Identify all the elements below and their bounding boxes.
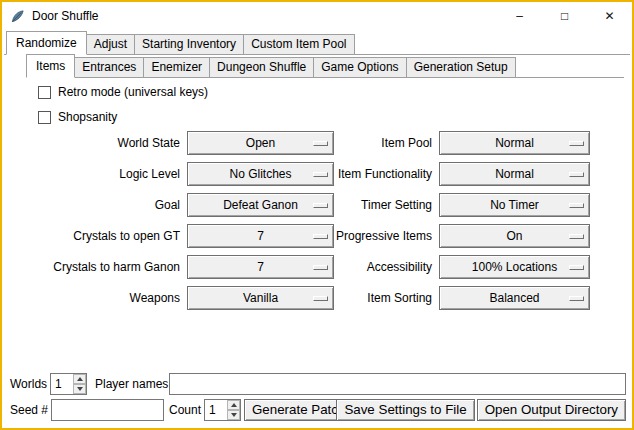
crystals-open-gt-label: Crystals to open GT [2,224,180,248]
timer-setting-dropdown[interactable]: No Timer [439,193,590,217]
progressive-items-dropdown[interactable]: On [439,224,590,248]
tab-randomize[interactable]: Randomize [6,31,87,55]
seed-label: Seed # [10,399,48,421]
item-sorting-label: Item Sorting [302,286,432,310]
goal-value: Defeat Ganon [223,198,298,212]
shopsanity-checkbox[interactable] [38,111,51,124]
crystals-open-gt-value: 7 [257,229,264,243]
item-functionality-label: Item Functionality [302,162,432,186]
item-sorting-value: Balanced [489,291,539,305]
window-title: Door Shuffle [32,9,99,23]
option-row: Logic Level No Glitches Item Functionali… [2,162,632,186]
weapons-label: Weapons [2,286,180,310]
app-icon[interactable] [10,9,25,24]
retro-mode-row: Retro mode (universal keys) [38,84,208,100]
item-sorting-dropdown[interactable]: Balanced [439,286,590,310]
worlds-label: Worlds [10,373,47,395]
weapons-value: Vanilla [243,291,278,305]
spinner-buttons [227,400,240,420]
worlds-value: 1 [51,374,73,394]
arrow-down-icon [231,413,237,417]
worlds-spinner[interactable]: 1 [50,373,87,395]
arrow-down-icon [77,387,83,391]
option-row: Goal Defeat Ganon Timer Setting No Timer [2,193,632,217]
accessibility-value: 100% Locations [472,260,557,274]
progressive-items-value: On [506,229,522,243]
tab-adjust[interactable]: Adjust [86,34,135,54]
window-controls: – □ ✕ [497,2,632,30]
spin-down-button[interactable] [227,410,240,420]
dropdown-indicator-icon [569,203,584,208]
timer-setting-value: No Timer [490,198,539,212]
item-functionality-dropdown[interactable]: Normal [439,162,590,186]
crystals-harm-ganon-label: Crystals to harm Ganon [2,255,180,279]
item-functionality-value: Normal [495,167,534,181]
logic-level-value: No Glitches [229,167,291,181]
spin-up-button[interactable] [227,400,240,410]
titlebar: Door Shuffle – □ ✕ [2,2,632,30]
count-value: 1 [205,400,227,420]
retro-mode-label: Retro mode (universal keys) [58,85,208,99]
spin-down-button[interactable] [73,384,86,394]
window: Door Shuffle – □ ✕ Randomize Adjust Star… [0,0,634,430]
save-settings-button[interactable]: Save Settings to File [336,399,474,421]
seed-input[interactable] [51,399,164,421]
option-row: Crystals to harm Ganon 7 Accessibility 1… [2,255,632,279]
player-names-label: Player names [95,373,168,395]
dropdown-indicator-icon [569,234,584,239]
world-state-value: Open [246,136,275,150]
tab-items[interactable]: Items [26,54,75,78]
shopsanity-label: Shopsanity [58,110,117,124]
tab-enemizer[interactable]: Enemizer [143,57,210,77]
dropdown-indicator-icon [569,265,584,270]
option-row: World State Open Item Pool Normal [2,131,632,155]
worlds-row: Worlds 1 Player names [2,373,632,397]
player-names-input[interactable] [169,373,626,395]
accessibility-dropdown[interactable]: 100% Locations [439,255,590,279]
outer-tab-bar: Randomize Adjust Starting Inventory Cust… [4,32,630,55]
logic-level-label: Logic Level [2,162,180,186]
option-row: Crystals to open GT 7 Progressive Items … [2,224,632,248]
progressive-items-label: Progressive Items [302,224,432,248]
world-state-label: World State [2,131,180,155]
accessibility-label: Accessibility [302,255,432,279]
tab-custom-item-pool[interactable]: Custom Item Pool [243,34,354,54]
item-pool-value: Normal [495,136,534,150]
crystals-harm-ganon-value: 7 [257,260,264,274]
tab-starting-inventory[interactable]: Starting Inventory [134,34,244,54]
item-pool-dropdown[interactable]: Normal [439,131,590,155]
spinner-buttons [73,374,86,394]
open-output-directory-button[interactable]: Open Output Directory [477,399,626,421]
count-spinner[interactable]: 1 [204,399,241,421]
inner-tab-bar: Items Entrances Enemizer Dungeon Shuffle… [26,56,624,78]
retro-mode-checkbox[interactable] [38,86,51,99]
tab-generation-setup[interactable]: Generation Setup [406,57,516,77]
dropdown-indicator-icon [569,296,584,301]
goal-label: Goal [2,193,180,217]
count-label: Count [169,399,201,421]
item-pool-label: Item Pool [302,131,432,155]
tab-entrances[interactable]: Entrances [74,57,144,77]
option-row: Weapons Vanilla Item Sorting Balanced [2,286,632,310]
close-button[interactable]: ✕ [587,2,632,30]
arrow-up-icon [77,377,83,381]
arrow-up-icon [231,403,237,407]
bottom-right-buttons: Save Settings to File Open Output Direct… [336,399,626,421]
dropdown-indicator-icon [569,141,584,146]
shopsanity-row: Shopsanity [38,109,117,125]
dropdown-indicator-icon [569,172,584,177]
maximize-button[interactable]: □ [542,2,587,30]
spin-up-button[interactable] [73,374,86,384]
tab-game-options[interactable]: Game Options [313,57,406,77]
timer-setting-label: Timer Setting [302,193,432,217]
tab-dungeon-shuffle[interactable]: Dungeon Shuffle [209,57,314,77]
minimize-button[interactable]: – [497,2,542,30]
